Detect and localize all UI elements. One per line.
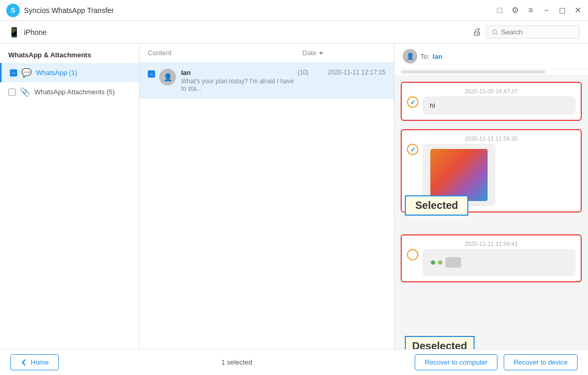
device-icon: 📱 [8, 27, 20, 38]
msg-checkbox-wrap-1[interactable] [407, 96, 418, 108]
attachment-icon: 📎 [20, 87, 30, 97]
header-date: Date [302, 49, 386, 57]
device-info: 📱 iPhone [8, 27, 47, 38]
msg-image-placeholder [430, 149, 488, 201]
msg-to-label: To: [420, 53, 429, 60]
message-pane: 👤 To: Ian 2020-11-05 14:47:27 [394, 44, 588, 349]
svg-line-1 [496, 33, 497, 35]
chat-list-header: Content Date [139, 44, 394, 63]
msg-timestamp-1: 2020-11-05 14:47:27 [407, 88, 576, 94]
sidebar-item-whatsapp[interactable]: 💬 WhatsApp (1) [0, 63, 139, 82]
msg-body-3 [423, 249, 576, 276]
recover-device-button[interactable]: Recover to device [504, 354, 578, 370]
chat-name: Ian [181, 69, 298, 77]
sidebar-section-title: WhatsApp & Attachments [0, 44, 139, 63]
chat-icon[interactable]: □ [495, 6, 504, 15]
deselected-annotation-container: Deselected [405, 338, 446, 349]
msg-timestamp-3: 2020-11-11 11:56:41 [407, 241, 576, 247]
sidebar: WhatsApp & Attachments 💬 WhatsApp (1) 📎 … [0, 44, 139, 349]
recover-computer-button[interactable]: Recover to computer [415, 354, 497, 370]
thumb-rect [445, 257, 461, 268]
msg-bubble-3 [423, 249, 576, 276]
msg-checkbox-1[interactable] [407, 96, 418, 108]
menu-icon[interactable]: ≡ [527, 6, 535, 15]
msg-checkbox-3[interactable] [407, 249, 418, 260]
chat-list-item[interactable]: 👤 Ian What's your plan today? I'm afraid… [139, 63, 394, 99]
selected-annotation-box: Selected [405, 195, 468, 216]
footer: Home 1 selected Recover to computer Reco… [0, 349, 588, 375]
msg-checkbox-wrap-2[interactable] [407, 144, 418, 155]
home-label: Home [31, 358, 49, 366]
msg-to-name: Ian [432, 53, 442, 60]
search-box[interactable] [486, 26, 580, 39]
thumb-dot-2 [438, 260, 442, 265]
chat-date: 2020-11-11 12:17:15 [313, 69, 386, 76]
svg-point-0 [492, 30, 496, 34]
window-controls: □ ⚙ ≡ − ◻ ✕ [495, 6, 582, 15]
footer-status: 1 selected [221, 358, 252, 366]
message-group-3: 2020-11-11 11:56:41 [401, 234, 582, 282]
chat-item-right: (10) 2020-11-11 12:17:15 [298, 69, 386, 76]
deselected-annotation-box: Deselected [405, 336, 475, 349]
attachments-label: WhatsApp Attachments (5) [34, 88, 115, 96]
back-arrow-icon [20, 359, 28, 366]
msg-row-1: hi [407, 96, 576, 115]
search-input[interactable] [501, 28, 574, 36]
maximize-icon[interactable]: ◻ [558, 6, 566, 15]
home-button[interactable]: Home [10, 354, 59, 370]
whatsapp-label: WhatsApp (1) [36, 69, 77, 77]
close-icon[interactable]: ✕ [573, 6, 582, 15]
chat-info: Ian What's your plan today? I'm afraid I… [181, 69, 298, 92]
titlebar-left: S Syncios WhatsApp Transfer [6, 4, 114, 17]
titlebar: S Syncios WhatsApp Transfer □ ⚙ ≡ − ◻ ✕ [0, 0, 588, 21]
search-icon [492, 29, 498, 36]
toolbar-right: 🖨 [472, 26, 580, 39]
print-icon[interactable]: 🖨 [472, 27, 482, 38]
msg-body-1: hi [423, 96, 576, 115]
chat-list-pane: Content Date 👤 Ian What's your plan toda… [139, 44, 394, 349]
svg-marker-2 [319, 52, 323, 55]
msg-bubble-1: hi [423, 96, 576, 115]
minimize-icon[interactable]: − [542, 6, 551, 15]
chat-preview: What's your plan today? I'm afraid I hav… [181, 78, 298, 92]
header-content: Content [148, 49, 302, 57]
device-name: iPhone [24, 28, 47, 36]
selected-annotation-container: Selected [405, 197, 446, 213]
msg-checkbox-wrap-3[interactable] [407, 249, 418, 260]
app-title: Syncios WhatsApp Transfer [24, 6, 114, 15]
msg-checkbox-2[interactable] [407, 144, 418, 155]
footer-left: Home [10, 354, 59, 370]
msg-timestamp-2: 2020-11-11 11:56:35 [407, 135, 576, 142]
msg-avatar: 👤 [403, 49, 417, 64]
message-group-1: 2020-11-05 14:47:27 hi [401, 82, 582, 121]
whatsapp-icon: 💬 [21, 68, 32, 78]
message-header: 👤 To: Ian [394, 44, 588, 69]
attachments-checkbox[interactable] [8, 89, 16, 96]
devicebar: 📱 iPhone 🖨 [0, 21, 588, 44]
thumb-dot [431, 260, 435, 265]
msg-row-3 [407, 249, 576, 276]
whatsapp-checkbox[interactable] [10, 69, 17, 77]
chat-count: (10) [298, 69, 309, 76]
sort-icon [318, 51, 324, 56]
footer-right: Recover to computer Recover to device [415, 354, 578, 370]
chat-avatar: 👤 [159, 69, 176, 85]
content-area: Content Date 👤 Ian What's your plan toda… [139, 44, 588, 349]
gear-icon[interactable]: ⚙ [511, 6, 519, 15]
app-logo: S [6, 4, 20, 17]
sidebar-item-attachments[interactable]: 📎 WhatsApp Attachments (5) [0, 82, 139, 102]
main-layout: WhatsApp & Attachments 💬 WhatsApp (1) 📎 … [0, 44, 588, 349]
chat-item-checkbox[interactable] [148, 70, 155, 78]
